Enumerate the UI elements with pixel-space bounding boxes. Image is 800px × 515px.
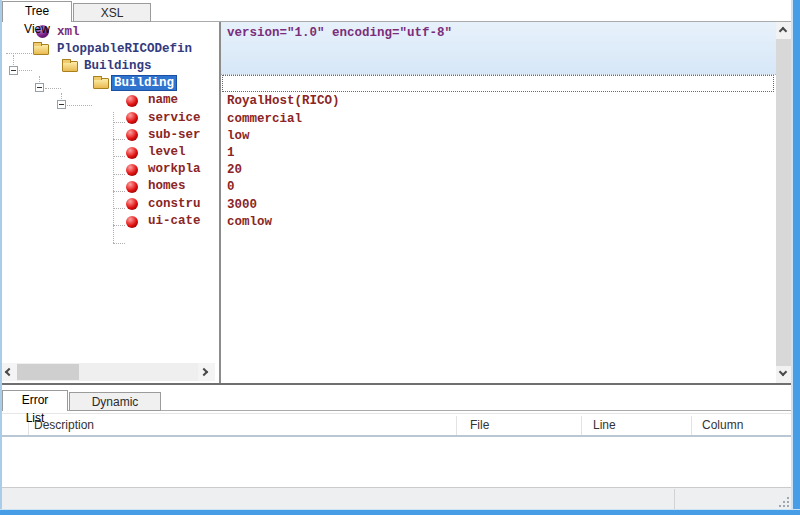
main-area-border [0, 383, 793, 385]
attribute-sphere-red-icon [126, 129, 138, 141]
column-separator[interactable] [581, 416, 582, 435]
tree-attr-name[interactable]: name [146, 93, 180, 107]
tree-attr-level[interactable]: level [146, 145, 188, 159]
value-sub-service[interactable]: low [227, 129, 250, 143]
tree-connector [113, 122, 125, 123]
tree-attr-homes[interactable]: homes [146, 179, 188, 193]
tree-horizontal-scrollbar[interactable] [0, 363, 215, 381]
tab-tree-view[interactable]: Tree View [2, 1, 72, 22]
tree-attr-sub-service[interactable]: sub-ser [146, 128, 203, 142]
status-bar [0, 487, 793, 510]
scroll-down-icon[interactable] [776, 366, 791, 383]
value-workplaces[interactable]: 20 [227, 163, 242, 177]
tree-attr-ui-category[interactable]: ui-cate [146, 214, 203, 228]
scroll-up-icon[interactable] [776, 22, 791, 39]
tree-connector [113, 174, 125, 175]
expander-buildings[interactable] [35, 83, 44, 92]
tree-connector [113, 191, 125, 192]
expander-building[interactable] [57, 100, 66, 109]
values-vertical-scrollbar[interactable] [776, 22, 791, 383]
resize-grip-icon[interactable] [775, 493, 789, 507]
tree-connector [19, 70, 32, 71]
folder-icon [62, 61, 78, 72]
column-separator[interactable] [456, 416, 457, 435]
attribute-sphere-red-icon [126, 216, 138, 228]
tree-connector [113, 208, 125, 209]
selected-value-cell[interactable] [222, 75, 774, 92]
window-border-bottom[interactable] [0, 510, 800, 515]
tree-connector [6, 53, 34, 54]
window-border-right[interactable] [793, 0, 800, 515]
attribute-sphere-red-icon [126, 95, 138, 107]
tree-connector [45, 88, 61, 89]
tab-error-list[interactable]: Error List [2, 390, 68, 411]
error-list-header: Description File Line Column [0, 413, 793, 437]
attribute-sphere-red-icon [126, 147, 138, 159]
column-header-file[interactable]: File [470, 418, 489, 432]
scroll-left-icon[interactable] [0, 363, 17, 381]
tree-connector [113, 112, 114, 243]
value-construction[interactable]: 3000 [227, 198, 257, 212]
node-value-panel: version="1.0" encoding="utf-8" RoyalHost… [221, 22, 776, 383]
tree-connector [113, 243, 125, 244]
window-border-left [0, 0, 2, 515]
value-level[interactable]: 1 [227, 146, 235, 160]
tree-node-xml[interactable]: xml [55, 25, 82, 39]
tab-xsl-output[interactable]: XSL Output [73, 3, 151, 22]
app-window: Tree View XSL Output [0, 0, 800, 515]
column-separator[interactable] [691, 416, 692, 435]
tab-dynamic-help[interactable]: Dynamic Help [69, 392, 161, 411]
attribute-sphere-red-icon [126, 112, 138, 124]
tree-attr-workplaces[interactable]: workpla [146, 162, 203, 176]
value-service[interactable]: commercial [227, 112, 302, 126]
bottom-tabstrip: Error List Dynamic Help [0, 389, 793, 411]
tree-node-ploppablericodefin[interactable]: PloppableRICODefin [55, 42, 194, 56]
value-name[interactable]: RoyalHost(RICO) [227, 94, 340, 108]
folder-icon [93, 78, 109, 89]
xml-tree-panel: xml PloppableRICODefin Buildings Buildin… [0, 22, 219, 363]
tree-attr-construction[interactable]: constru [146, 197, 203, 211]
value-xml-declaration[interactable]: version="1.0" encoding="utf-8" [227, 26, 452, 40]
tree-connector [113, 139, 125, 140]
attribute-sphere-red-icon [126, 198, 138, 210]
tree-attr-service[interactable]: service [146, 111, 203, 125]
main-split-area: xml PloppableRICODefin Buildings Buildin… [0, 22, 793, 385]
column-header-line[interactable]: Line [593, 418, 616, 432]
tree-connector [67, 105, 92, 106]
tree-connector [113, 156, 125, 157]
column-header-column[interactable]: Column [702, 418, 743, 432]
scroll-right-icon[interactable] [198, 363, 215, 381]
expander-ploppablericodefin[interactable] [9, 66, 18, 75]
value-homes[interactable]: 0 [227, 180, 235, 194]
tree-node-buildings[interactable]: Buildings [82, 59, 154, 73]
error-list-body[interactable] [0, 437, 793, 487]
value-ui-category[interactable]: comlow [227, 215, 272, 229]
tree-connector [113, 225, 125, 226]
view-tabstrip: Tree View XSL Output [0, 0, 793, 22]
folder-icon [33, 44, 49, 55]
tree-node-building[interactable]: Building [112, 76, 176, 90]
status-bar-separator [674, 489, 675, 510]
attribute-sphere-red-icon [126, 181, 138, 193]
attribute-sphere-red-icon [126, 164, 138, 176]
hscroll-thumb[interactable] [17, 364, 79, 380]
